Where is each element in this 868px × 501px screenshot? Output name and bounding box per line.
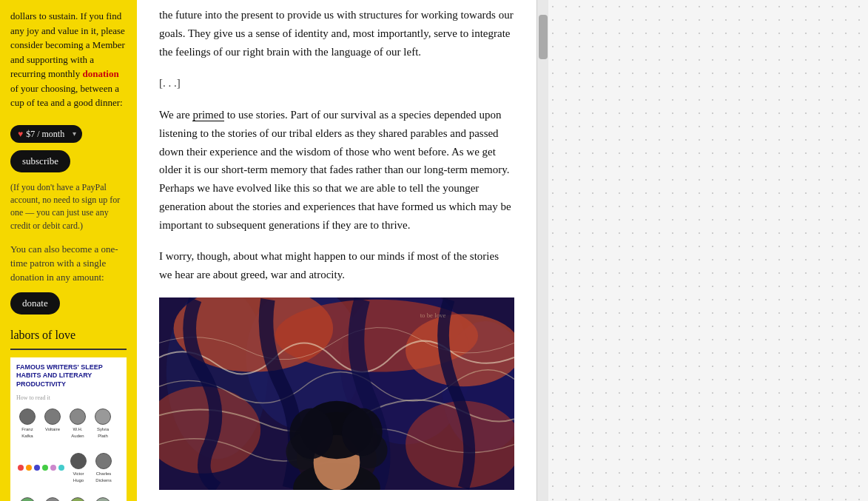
scrollbar-thumb[interactable]: [539, 15, 548, 59]
labors-divider: [10, 349, 127, 350]
article-image: to be love: [159, 297, 514, 490]
infographic-how-label: How to read it: [16, 394, 121, 403]
sidebar: dollars to sustain. If you find any joy …: [0, 0, 137, 501]
article-paragraph-4: I worry, though, about what might happen…: [159, 247, 514, 284]
donation-link[interactable]: donation: [82, 68, 118, 79]
writer-dot-7: MarcelProust: [16, 497, 38, 501]
writer-dot-9: WilliamStyron: [67, 497, 89, 501]
main-content-area: the future into the present to provide u…: [137, 0, 536, 501]
svg-point-20: [342, 408, 383, 456]
article-ellipsis: [. . .]: [159, 74, 514, 93]
infographic-writer-dots: FranzKafka Voltaire W.H.Auden SylviaPlat…: [16, 408, 121, 501]
sidebar-intro-text: dollars to sustain. If you find any joy …: [10, 9, 127, 110]
writer-dot-8: Honoréde Balzac: [41, 497, 64, 501]
svg-point-19: [289, 408, 333, 459]
abstract-art-svg: to be love: [159, 297, 514, 490]
labors-of-love-heading: labors of love: [10, 326, 127, 344]
writer-dot-4: SylviaPlath: [92, 408, 114, 440]
right-scrollbar[interactable]: [536, 0, 548, 501]
paypal-note: (If you don't have a PayPal account, no …: [10, 181, 127, 233]
writer-dot-6: CharlesDickens: [92, 453, 115, 484]
writer-dot-3: W.H.Auden: [67, 408, 89, 440]
labors-thumbnail[interactable]: FAMOUS WRITERS' SLEEP HABITS AND LITERAR…: [10, 357, 127, 501]
writer-dot-5: VictorHugo: [67, 453, 90, 484]
article-body: the future into the present to provide u…: [159, 0, 514, 284]
article-paragraph-1: the future into the present to provide u…: [159, 6, 514, 61]
primed-word: primed: [192, 109, 224, 121]
article-paragraph-3: We are primed to use stories. Part of ou…: [159, 106, 514, 234]
infographic-title: FAMOUS WRITERS' SLEEP HABITS AND LITERAR…: [16, 363, 121, 389]
donate-button[interactable]: donate: [10, 292, 60, 315]
one-time-donation-text: You can also become a one-time patron wi…: [10, 243, 127, 285]
svg-text:to be love: to be love: [420, 312, 446, 319]
select-arrow-icon: ▾: [73, 128, 76, 139]
writer-dot-10: Simonede Beauvoir: [92, 497, 114, 501]
donation-amount-select[interactable]: $3 / month $5 / month $7 / month $10 / m…: [26, 129, 70, 139]
article-image-container: to be love: [159, 297, 514, 490]
intro-text-end: of your choosing, between a cup of tea a…: [10, 83, 123, 109]
donation-select-wrapper[interactable]: ♥ $3 / month $5 / month $7 / month $10 /…: [10, 125, 82, 143]
infographic-content: FAMOUS WRITERS' SLEEP HABITS AND LITERAR…: [10, 357, 127, 501]
writer-dot-1: FranzKafka: [16, 408, 38, 440]
subscribe-button[interactable]: subscribe: [10, 150, 70, 172]
heart-icon: ♥: [18, 127, 23, 141]
writer-dot-2: Voltaire: [41, 408, 64, 440]
